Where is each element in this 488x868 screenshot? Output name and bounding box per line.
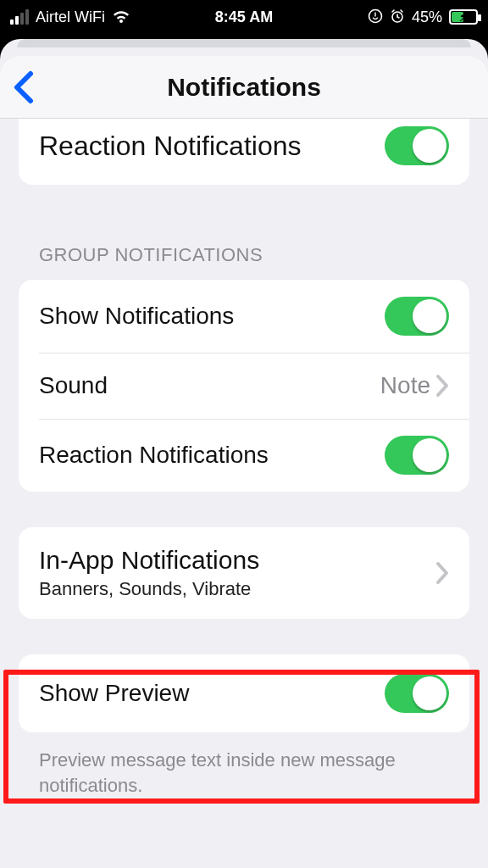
chevron-right-icon	[435, 561, 449, 585]
back-button[interactable]	[12, 70, 37, 104]
chevron-right-icon	[435, 374, 449, 398]
show-preview-row[interactable]: Show Preview	[19, 654, 469, 732]
sound-label: Sound	[39, 372, 380, 399]
rotation-lock-icon	[368, 8, 383, 26]
page-title: Notifications	[167, 73, 321, 102]
wifi-icon	[112, 8, 130, 26]
show-notifications-label: Show Notifications	[39, 303, 385, 330]
show-notifications-row[interactable]: Show Notifications	[19, 280, 469, 353]
previous-group: Reaction Notifications	[19, 119, 469, 185]
reaction-notifications-row-top[interactable]: Reaction Notifications	[19, 119, 469, 185]
reaction-notifications-toggle[interactable]	[385, 436, 449, 475]
show-preview-group: Show Preview	[19, 654, 469, 732]
sound-value: Note	[380, 372, 430, 399]
reaction-notifications-toggle-top[interactable]	[385, 126, 449, 165]
show-notifications-toggle[interactable]	[385, 297, 449, 336]
battery-icon: ⚡︎	[449, 9, 478, 25]
show-preview-footer: Preview message text inside new message …	[0, 739, 488, 798]
battery-percent: 45%	[412, 8, 442, 26]
reaction-notifications-label-top: Reaction Notifications	[39, 131, 385, 162]
sheet-grab-indicator	[17, 39, 471, 47]
reaction-notifications-row[interactable]: Reaction Notifications	[19, 419, 469, 492]
carrier-label: Airtel WiFi	[36, 8, 105, 26]
in-app-notifications-label: In-App Notifications	[39, 546, 435, 575]
show-preview-toggle[interactable]	[385, 674, 449, 713]
in-app-group: In-App Notifications Banners, Sounds, Vi…	[19, 527, 469, 619]
charging-icon: ⚡︎	[459, 10, 468, 24]
nav-header: Notifications	[0, 56, 488, 119]
status-bar: Airtel WiFi 8:45 AM 45% ⚡︎	[0, 0, 488, 34]
show-preview-label: Show Preview	[39, 680, 385, 707]
in-app-notifications-row[interactable]: In-App Notifications Banners, Sounds, Vi…	[19, 527, 469, 619]
reaction-notifications-label: Reaction Notifications	[39, 442, 385, 469]
cellular-signal-icon	[10, 9, 29, 25]
in-app-notifications-sublabel: Banners, Sounds, Vibrate	[39, 578, 435, 600]
sound-row[interactable]: Sound Note	[19, 353, 469, 419]
group-notifications-group: Show Notifications Sound Note Reaction N…	[19, 280, 469, 492]
group-notifications-header: GROUP NOTIFICATIONS	[0, 222, 488, 273]
alarm-icon	[390, 8, 405, 26]
